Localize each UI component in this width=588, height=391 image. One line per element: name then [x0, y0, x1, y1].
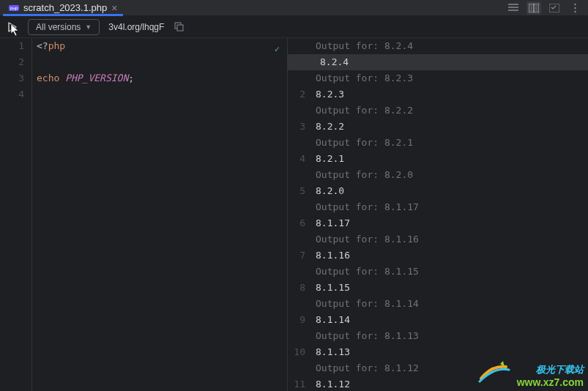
- tab-scratch-file[interactable]: PHP scratch_2023.1.php ×: [3, 0, 123, 15]
- output-gutter-spacer: [288, 70, 305, 86]
- output-label[interactable]: Output for: 8.1.12: [316, 360, 588, 376]
- output-content: Output for: 8.2.48.2.4Output for: 8.2.38…: [311, 38, 588, 391]
- run-button[interactable]: [6, 21, 19, 34]
- svg-rect-8: [177, 25, 183, 31]
- output-label[interactable]: Output for: 8.1.14: [316, 296, 588, 312]
- output-line-number: 3: [288, 119, 305, 135]
- version-select-label: All versions: [36, 22, 81, 32]
- more-icon[interactable]: [567, 1, 582, 15]
- line-number: 2: [0, 54, 24, 70]
- close-icon[interactable]: ×: [111, 2, 117, 14]
- svg-rect-3: [549, 4, 559, 12]
- output-value[interactable]: 8.1.15: [316, 280, 588, 296]
- line-number: 4: [0, 86, 24, 103]
- svg-point-4: [574, 4, 576, 5]
- chevron-down-icon: ▼: [85, 23, 92, 31]
- output-line-number: 9: [288, 312, 305, 328]
- version-select[interactable]: All versions ▼: [28, 19, 100, 35]
- checkmark-icon: ✓: [275, 41, 280, 57]
- output-value[interactable]: 8.1.16: [316, 247, 588, 264]
- line-number: 3: [0, 70, 24, 86]
- output-label[interactable]: Output for: 8.2.0: [316, 167, 588, 183]
- tab-filename: scratch_2023.1.php: [23, 2, 107, 13]
- code-line[interactable]: echo PHP_VERSION;: [37, 70, 287, 86]
- output-gutter-spacer: [288, 167, 305, 183]
- output-line-number: 6: [288, 215, 305, 231]
- output-gutter-spacer: [288, 231, 305, 247]
- output-gutter-spacer: [288, 135, 305, 151]
- output-line-number: 7: [288, 247, 305, 264]
- output-label[interactable]: Output for: 8.2.3: [316, 70, 588, 86]
- main-split: 1234 <?phpecho PHP_VERSION; ✓ 1234567891…: [0, 38, 588, 391]
- output-gutter-spacer: [288, 264, 305, 280]
- output-label[interactable]: Output for: 8.1.16: [316, 231, 588, 247]
- output-line-number: 8: [288, 280, 305, 296]
- output-gutter-spacer: [288, 360, 305, 376]
- output-label[interactable]: Output for: 8.2.1: [316, 135, 588, 151]
- code-line[interactable]: [37, 54, 287, 70]
- output-value[interactable]: 8.2.0: [316, 183, 588, 199]
- tab-bar: PHP scratch_2023.1.php ×: [0, 0, 588, 16]
- editor-content[interactable]: <?phpecho PHP_VERSION;: [32, 38, 287, 391]
- editor-gutter: 1234: [0, 38, 32, 391]
- output-value[interactable]: 8.1.14: [316, 312, 588, 328]
- code-line[interactable]: <?php: [37, 38, 287, 54]
- output-value[interactable]: 8.1.12: [316, 376, 588, 391]
- line-number: 1: [0, 38, 24, 54]
- copy-icon[interactable]: [173, 21, 185, 33]
- output-value[interactable]: 8.2.2: [316, 119, 588, 135]
- output-gutter: 1234567891011: [288, 38, 311, 391]
- output-gutter-spacer: [288, 38, 305, 54]
- split-view-icon[interactable]: [526, 1, 541, 15]
- tab-bar-actions: [506, 1, 582, 15]
- output-line-number: 5: [288, 183, 305, 199]
- output-value[interactable]: 8.2.4: [288, 54, 588, 70]
- code-editor[interactable]: 1234 <?phpecho PHP_VERSION; ✓: [0, 38, 287, 391]
- output-label[interactable]: Output for: 8.2.4: [316, 38, 588, 54]
- output-value[interactable]: 8.2.1: [316, 151, 588, 167]
- code-line[interactable]: [37, 86, 287, 103]
- output-label[interactable]: Output for: 8.1.13: [316, 328, 588, 344]
- output-gutter-spacer: [288, 199, 305, 215]
- output-value[interactable]: 8.2.3: [316, 86, 588, 103]
- output-line-number: 11: [288, 376, 305, 391]
- output-line-number: 4: [288, 151, 305, 167]
- toolbar: All versions ▼ 3v4l.org/lhqgF: [0, 16, 588, 38]
- output-gutter-spacer: [288, 296, 305, 312]
- output-gutter-spacer: [288, 328, 305, 344]
- php-file-icon: PHP: [9, 3, 19, 13]
- output-label[interactable]: Output for: 8.1.17: [316, 199, 588, 215]
- share-url: 3v4l.org/lhqgF: [108, 22, 164, 32]
- svg-point-5: [574, 7, 576, 9]
- output-label[interactable]: Output for: 8.1.15: [316, 264, 588, 280]
- output-panel[interactable]: 1234567891011 Output for: 8.2.48.2.4Outp…: [287, 38, 588, 391]
- svg-point-6: [574, 11, 576, 12]
- output-line-number: 2: [288, 86, 305, 103]
- output-gutter-spacer: [288, 103, 305, 119]
- list-view-icon[interactable]: [506, 1, 521, 15]
- preview-icon[interactable]: [547, 1, 562, 15]
- svg-text:PHP: PHP: [10, 6, 18, 10]
- output-value[interactable]: 8.1.17: [316, 215, 588, 231]
- output-value[interactable]: 8.1.13: [316, 344, 588, 360]
- output-line-number: 10: [288, 344, 305, 360]
- output-label[interactable]: Output for: 8.2.2: [316, 103, 588, 119]
